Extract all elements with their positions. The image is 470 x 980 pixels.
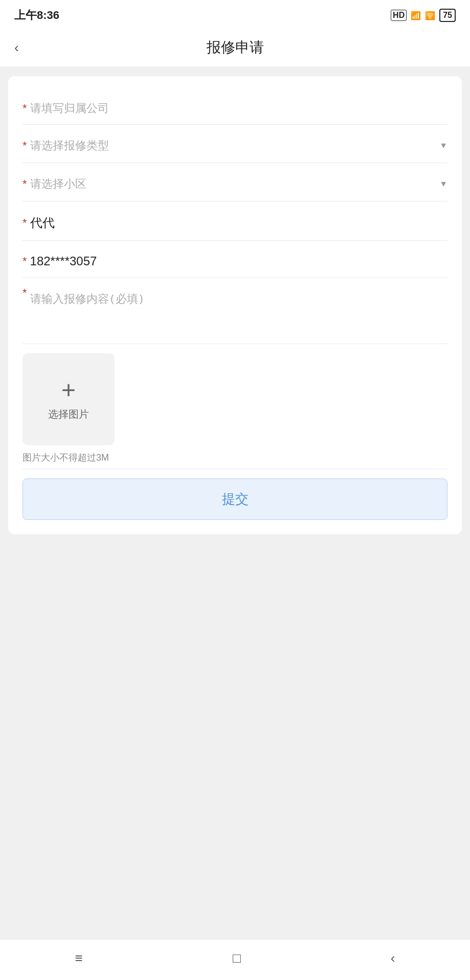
- bottom-nav: ≡ □ ‹: [0, 939, 470, 980]
- submit-section: 提交: [23, 469, 447, 520]
- name-field: * 代代: [23, 201, 447, 241]
- required-star: *: [23, 178, 27, 190]
- page-title: 报修申请: [207, 38, 264, 57]
- image-size-hint: 图片大小不得超过3M: [23, 451, 447, 464]
- header: ‹ 报修申请: [0, 29, 470, 67]
- repair-type-field: * 请选择报修类型 ▼: [23, 125, 447, 163]
- upload-label: 选择图片: [48, 407, 89, 421]
- page-background: [0, 543, 470, 980]
- required-star: *: [23, 256, 27, 267]
- status-time: 上午8:36: [14, 8, 59, 23]
- chevron-down-icon: ▼: [439, 179, 447, 189]
- required-star: *: [23, 287, 27, 299]
- home-icon[interactable]: □: [233, 950, 241, 966]
- chevron-down-icon: ▼: [439, 141, 447, 150]
- required-star: *: [23, 103, 27, 114]
- wifi-icon: 🛜: [425, 11, 435, 20]
- submit-button[interactable]: 提交: [23, 478, 447, 520]
- company-field: *: [23, 88, 447, 125]
- name-value[interactable]: 代代: [30, 211, 55, 235]
- battery-icon: 75: [439, 9, 456, 22]
- image-upload-button[interactable]: + 选择图片: [23, 353, 115, 445]
- back-nav-icon[interactable]: ‹: [391, 950, 395, 966]
- status-bar: 上午8:36 HD 📶 🛜 75: [0, 0, 470, 29]
- form-card: * * 请选择报修类型 ▼ * 请选择小区 ▼ * 代代 * 182****30…: [8, 76, 462, 534]
- content-field: *: [23, 278, 447, 344]
- status-icons: HD 📶 🛜 75: [391, 9, 456, 22]
- company-input[interactable]: [30, 98, 447, 119]
- required-star: *: [23, 217, 27, 229]
- content-textarea[interactable]: [30, 287, 447, 338]
- menu-icon[interactable]: ≡: [75, 950, 83, 966]
- phone-field: * 182****3057: [23, 241, 447, 278]
- signal-icon: 📶: [411, 11, 421, 20]
- repair-type-select[interactable]: 请选择报修类型: [30, 134, 436, 157]
- hd-badge: HD: [391, 10, 407, 21]
- phone-value[interactable]: 182****3057: [30, 250, 97, 272]
- back-button[interactable]: ‹: [14, 40, 19, 56]
- community-field: * 请选择小区 ▼: [23, 163, 447, 201]
- image-upload-section: + 选择图片 图片大小不得超过3M: [23, 344, 447, 469]
- required-star: *: [23, 140, 27, 151]
- plus-icon: +: [61, 378, 76, 402]
- community-select[interactable]: 请选择小区: [30, 172, 436, 196]
